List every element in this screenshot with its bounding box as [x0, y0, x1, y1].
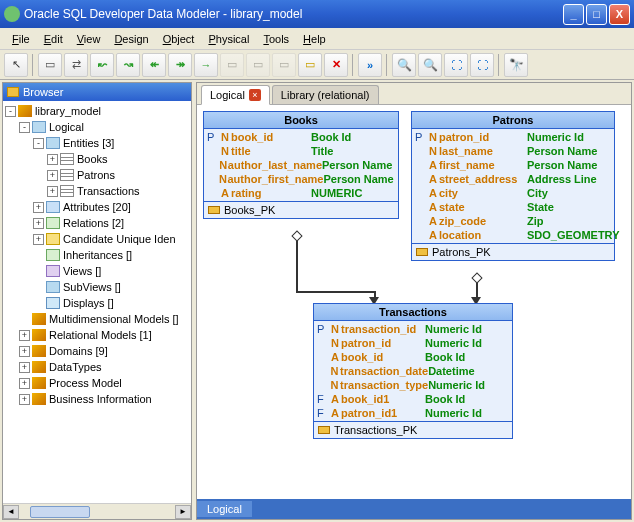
menu-edit[interactable]: Edit [38, 31, 69, 47]
tree-expander[interactable]: + [47, 154, 58, 165]
tree-expander[interactable]: + [19, 362, 30, 373]
entity-column: Npatron_idNumeric Id [315, 336, 511, 350]
diagram-canvas[interactable]: BooksPNbook_idBook IdNtitleTitleNauthor_… [197, 105, 631, 499]
tree-expander[interactable]: + [47, 170, 58, 181]
scroll-left-button[interactable]: ◄ [3, 505, 19, 519]
tree-expander[interactable]: + [19, 330, 30, 341]
cube-icon [32, 393, 46, 405]
new-entity-tool[interactable] [38, 53, 62, 77]
fit-selection-button[interactable] [470, 53, 494, 77]
tree-node[interactable]: -library_model [5, 103, 189, 119]
zoom-out-button[interactable] [418, 53, 442, 77]
tree-expander[interactable]: - [33, 138, 44, 149]
tree-label: Logical [49, 121, 84, 133]
relation-tool-2[interactable]: ↝ [116, 53, 140, 77]
tab-label: Logical [210, 89, 245, 101]
box-tool-1[interactable] [220, 53, 244, 77]
fit-window-button[interactable] [444, 53, 468, 77]
note-tool[interactable] [298, 53, 322, 77]
tree-node[interactable]: -Entities [3] [5, 135, 189, 151]
engineer-button[interactable] [358, 53, 382, 77]
menu-physical[interactable]: Physical [202, 31, 255, 47]
tree-node[interactable]: +Relations [2] [5, 215, 189, 231]
close-button[interactable]: X [609, 4, 630, 25]
tree-node[interactable]: +Transactions [5, 183, 189, 199]
pointer-tool[interactable] [4, 53, 28, 77]
menu-help[interactable]: Help [297, 31, 332, 47]
menu-view[interactable]: View [71, 31, 107, 47]
tree-expander[interactable]: + [47, 186, 58, 197]
entity-books[interactable]: BooksPNbook_idBook IdNtitleTitleNauthor_… [203, 111, 399, 219]
tree-node[interactable]: +Domains [9] [5, 343, 189, 359]
relation-tool-5[interactable]: → [194, 53, 218, 77]
tab-library-relational-[interactable]: Library (relational) [272, 85, 379, 104]
zoom-in-button[interactable] [392, 53, 416, 77]
tree-expander[interactable]: + [33, 234, 44, 245]
tree-node[interactable]: Views [] [5, 263, 189, 279]
tree-expander[interactable]: + [19, 346, 30, 357]
tree-label: Displays [] [63, 297, 114, 309]
tree-node[interactable]: +Business Information [5, 391, 189, 407]
new-link-tool[interactable] [64, 53, 88, 77]
relation-tool-4[interactable]: ↠ [168, 53, 192, 77]
scroll-right-button[interactable]: ► [175, 505, 191, 519]
entity-pk: Patrons_PK [412, 243, 614, 260]
tree-expander[interactable]: + [19, 394, 30, 405]
tree-expander[interactable] [33, 250, 44, 261]
tree-node[interactable]: +Books [5, 151, 189, 167]
tree-expander[interactable] [33, 266, 44, 277]
tree-expander[interactable]: + [33, 218, 44, 229]
tree-expander[interactable] [33, 298, 44, 309]
cube-icon [32, 329, 46, 341]
horizontal-scrollbar[interactable]: ◄ ► [3, 503, 191, 519]
tree-expander[interactable]: - [19, 122, 30, 133]
tree-node[interactable]: Inheritances [] [5, 247, 189, 263]
menu-design[interactable]: Design [108, 31, 154, 47]
tree-label: Business Information [49, 393, 152, 405]
entity-column: Ntransaction_typeNumeric Id [315, 378, 511, 392]
tree-node[interactable]: -Logical [5, 119, 189, 135]
tree-expander[interactable]: + [33, 202, 44, 213]
navigator-button[interactable] [504, 53, 528, 77]
tree-label: SubViews [] [63, 281, 121, 293]
tree-node[interactable]: +Patrons [5, 167, 189, 183]
toolbar-separator [32, 54, 34, 76]
key-icon [208, 206, 220, 214]
relation-tool-1[interactable]: ↜ [90, 53, 114, 77]
tab-logical[interactable]: Logical× [201, 85, 270, 105]
box-tool-2[interactable] [246, 53, 270, 77]
entity-column: PNtransaction_idNumeric Id [315, 322, 511, 336]
tree-label: DataTypes [49, 361, 102, 373]
tree-node[interactable]: Displays [] [5, 295, 189, 311]
entity-patrons[interactable]: PatronsPNpatron_idNumeric IdNlast_namePe… [411, 111, 615, 261]
entity-transactions[interactable]: TransactionsPNtransaction_idNumeric IdNp… [313, 303, 513, 439]
window-title: Oracle SQL Developer Data Modeler - libr… [24, 7, 563, 21]
tree-expander[interactable]: + [19, 378, 30, 389]
tree-expander[interactable] [19, 314, 30, 325]
maximize-button[interactable]: □ [586, 4, 607, 25]
menu-file[interactable]: File [6, 31, 36, 47]
relation-tool-3[interactable]: ↞ [142, 53, 166, 77]
tree-label: Relations [2] [63, 217, 124, 229]
tree-node[interactable]: +DataTypes [5, 359, 189, 375]
tree-expander[interactable] [33, 282, 44, 293]
table-icon [60, 185, 74, 197]
tree-node[interactable]: +Process Model [5, 375, 189, 391]
tree-node[interactable]: Multidimensional Models [] [5, 311, 189, 327]
tree-node[interactable]: +Relational Models [1] [5, 327, 189, 343]
scroll-thumb[interactable] [30, 506, 90, 518]
entity-column: FApatron_id1Numeric Id [315, 406, 511, 420]
tab-close-icon[interactable]: × [249, 89, 261, 101]
tree-node[interactable]: SubViews [] [5, 279, 189, 295]
tree[interactable]: -library_model-Logical-Entities [3]+Book… [3, 101, 191, 503]
minimize-button[interactable]: _ [563, 4, 584, 25]
tree-node[interactable]: +Attributes [20] [5, 199, 189, 215]
tree-node[interactable]: +Candidate Unique Iden [5, 231, 189, 247]
tree-expander[interactable]: - [5, 106, 16, 117]
delete-tool[interactable] [324, 53, 348, 77]
box-tool-3[interactable] [272, 53, 296, 77]
bottom-tab-logical[interactable]: Logical [197, 501, 253, 517]
menu-object[interactable]: Object [157, 31, 201, 47]
menu-tools[interactable]: Tools [257, 31, 295, 47]
tree-label: Process Model [49, 377, 122, 389]
